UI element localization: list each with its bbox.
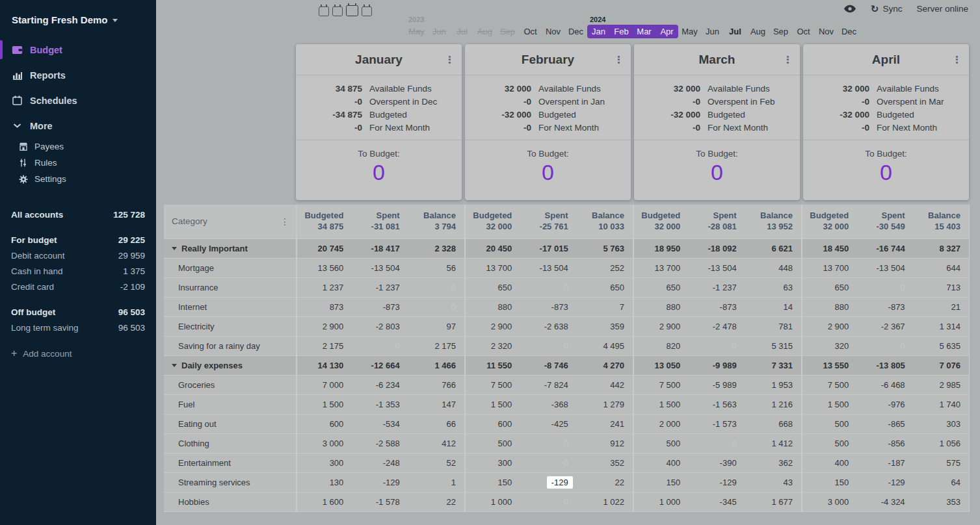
budget-value-cell[interactable]: 22 <box>408 493 464 512</box>
account-item-long-term-saving[interactable]: Long term saving96 503 <box>0 320 156 335</box>
calendar-2-month-icon[interactable] <box>332 6 343 16</box>
budget-value-cell[interactable]: -13 504 <box>857 259 913 278</box>
budget-value-cell[interactable]: 300 <box>296 454 352 473</box>
budget-value-cell[interactable]: 13 560 <box>296 259 352 278</box>
to-budget-value[interactable]: 0 <box>296 160 462 185</box>
budget-value-cell[interactable]: 1 022 <box>577 493 633 512</box>
sync-button[interactable]: ↻ Sync <box>871 4 903 14</box>
category-name-cell[interactable]: Really Important <box>164 239 296 259</box>
budget-value-cell[interactable]: 1 500 <box>633 395 689 415</box>
budget-value-cell[interactable]: 781 <box>745 317 801 337</box>
budget-value-cell[interactable]: 1 216 <box>745 395 801 415</box>
budget-value-cell[interactable]: 650 <box>633 278 689 298</box>
budget-value-cell[interactable]: 600 <box>296 415 352 434</box>
budget-value-cell[interactable]: -18 417 <box>352 239 408 259</box>
budget-value-cell[interactable]: -187 <box>857 454 913 473</box>
budget-value-cell[interactable]: -129 <box>352 473 408 493</box>
budget-value-cell[interactable]: -2 478 <box>689 317 745 337</box>
sidebar-item-budget[interactable]: Budget <box>0 37 156 62</box>
calendar-4-month-icon[interactable] <box>362 6 372 16</box>
budget-value-cell[interactable]: -129 <box>857 473 913 493</box>
budget-value-cell[interactable]: 0 <box>408 278 464 298</box>
budget-value-cell[interactable]: 766 <box>408 376 464 395</box>
budget-value-cell[interactable]: 0 <box>689 337 745 356</box>
budget-value-cell[interactable]: 912 <box>577 434 633 454</box>
sidebar-item-reports[interactable]: Reports <box>0 62 156 88</box>
month-apr-2024[interactable]: Apr <box>656 25 678 38</box>
budget-value-cell[interactable]: -13 805 <box>857 356 913 376</box>
budget-value-cell[interactable]: -12 664 <box>352 356 408 376</box>
budget-value-cell[interactable]: 8 327 <box>914 239 970 259</box>
add-account-button[interactable]: + Add account <box>11 348 156 359</box>
budget-value-cell[interactable]: 2 328 <box>408 239 464 259</box>
budget-value-cell[interactable]: -17 015 <box>520 239 576 259</box>
budget-value-cell[interactable]: 1 000 <box>633 493 689 512</box>
budget-value-cell[interactable]: 150 <box>633 473 689 493</box>
month-may-2023[interactable]: May <box>405 25 428 38</box>
budget-value-cell[interactable]: 1 412 <box>745 434 801 454</box>
budget-value-cell[interactable]: -873 <box>857 298 913 317</box>
sidebar-item-schedules[interactable]: Schedules <box>0 88 156 113</box>
budget-value-cell[interactable]: 668 <box>745 415 801 434</box>
category-name-cell[interactable]: Internet <box>164 298 296 317</box>
budget-value-cell[interactable]: -1 237 <box>352 278 408 298</box>
category-name-cell[interactable]: Hobbies <box>164 493 296 512</box>
budget-value-cell[interactable]: 650 <box>801 278 857 298</box>
budget-value-cell[interactable]: 1 237 <box>296 278 352 298</box>
budget-value-cell[interactable]: -4 324 <box>857 493 913 512</box>
budget-value-cell[interactable]: 2 900 <box>296 317 352 337</box>
budget-value-cell[interactable]: -16 744 <box>857 239 913 259</box>
budget-value-cell[interactable]: 3 000 <box>296 434 352 454</box>
budget-value-cell[interactable]: 1 314 <box>914 317 970 337</box>
budget-value-cell[interactable]: 20 450 <box>464 239 520 259</box>
column-header-spent[interactable]: Spent-30 549 <box>857 205 913 239</box>
kebab-menu-icon[interactable]: ⋮ <box>280 216 289 227</box>
budget-value-cell[interactable]: 320 <box>801 337 857 356</box>
budget-value-cell[interactable]: 0 <box>520 493 576 512</box>
budget-value-cell[interactable]: -2 588 <box>352 434 408 454</box>
month-jul-2024[interactable]: Jul <box>724 25 747 38</box>
category-name-cell[interactable]: Entertainment <box>164 454 296 473</box>
budget-value-cell[interactable]: 11 550 <box>464 356 520 376</box>
month-nov-2024[interactable]: Nov <box>815 25 838 38</box>
column-header-budgeted[interactable]: Budgeted32 000 <box>801 205 857 239</box>
budget-value-cell[interactable]: 2 900 <box>633 317 689 337</box>
category-header-cell[interactable]: Category ⋮ <box>164 205 296 239</box>
column-header-budgeted[interactable]: Budgeted34 875 <box>296 205 352 239</box>
month-sep-2023[interactable]: Sep <box>496 25 519 38</box>
budget-value-cell[interactable]: -9 989 <box>689 356 745 376</box>
month-oct-2024[interactable]: Oct <box>792 25 815 38</box>
budget-value-cell[interactable]: 241 <box>577 415 633 434</box>
budget-value-cell[interactable]: 14 130 <box>296 356 352 376</box>
budget-value-cell[interactable]: 0 <box>408 298 464 317</box>
budget-value-cell[interactable]: -345 <box>689 493 745 512</box>
budget-value-cell[interactable]: -976 <box>857 395 913 415</box>
budget-value-cell[interactable]: 150 <box>464 473 520 493</box>
budget-value-cell[interactable]: 13 550 <box>801 356 857 376</box>
category-name-cell[interactable]: Mortgage <box>164 259 296 278</box>
budget-value-cell[interactable]: 20 745 <box>296 239 352 259</box>
budget-value-cell[interactable]: 7 500 <box>633 376 689 395</box>
budget-value-cell[interactable]: 400 <box>633 454 689 473</box>
budget-value-cell[interactable]: 412 <box>408 434 464 454</box>
budget-value-cell[interactable]: -873 <box>689 298 745 317</box>
budget-value-cell[interactable]: 5 763 <box>577 239 633 259</box>
budget-value-cell[interactable]: -1 578 <box>352 493 408 512</box>
budget-value-cell[interactable]: 52 <box>408 454 464 473</box>
budget-value-cell[interactable]: -873 <box>520 298 576 317</box>
budget-value-cell[interactable]: 2 900 <box>464 317 520 337</box>
column-header-spent[interactable]: Spent-25 761 <box>520 205 576 239</box>
budget-value-cell[interactable]: 13 050 <box>633 356 689 376</box>
budget-value-cell[interactable]: 300 <box>464 454 520 473</box>
month-jul-2023[interactable]: Jul <box>451 25 473 38</box>
budget-value-cell[interactable]: 0 <box>352 337 408 356</box>
budget-value-cell[interactable]: 1 056 <box>914 434 970 454</box>
budget-value-cell[interactable]: 150 <box>801 473 857 493</box>
budget-value-cell[interactable]: 18 950 <box>633 239 689 259</box>
collapse-triangle-icon[interactable] <box>172 364 177 367</box>
budget-value-cell[interactable]: -2 638 <box>520 317 576 337</box>
budget-value-cell[interactable]: 5 315 <box>745 337 801 356</box>
budget-value-cell[interactable]: 252 <box>577 259 633 278</box>
budget-value-cell[interactable]: 97 <box>408 317 464 337</box>
budget-value-cell[interactable]: 442 <box>577 376 633 395</box>
